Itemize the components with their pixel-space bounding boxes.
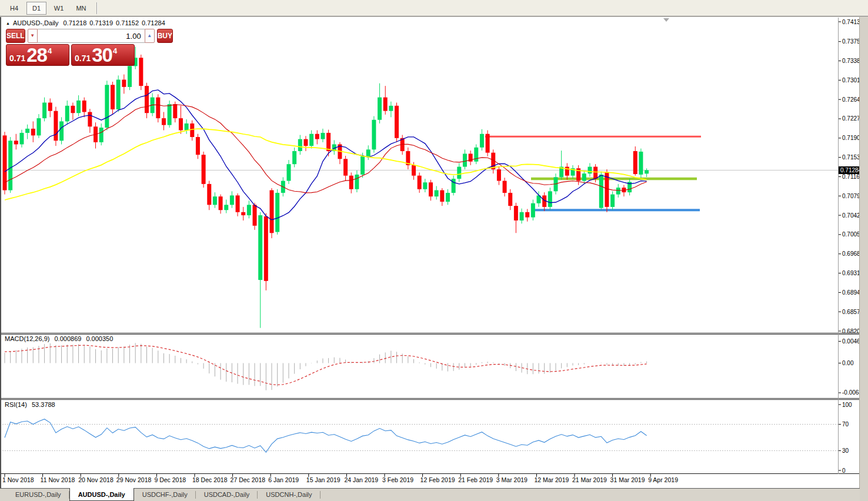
ohlc-close: 0.71284 [142,19,165,26]
timeframe-toolbar: H4 D1 W1 MN [0,0,868,16]
sell-price-box[interactable]: 0.71 28 4 [6,44,69,66]
sell-button[interactable]: SELL [6,29,25,43]
rsi-value: 53.3788 [32,401,55,408]
timeframe-button-d1[interactable]: D1 [26,2,46,15]
mt4-platform-window: { "toolbar": { "timeframes": [ {"label":… [0,0,868,501]
timeframe-button-h4[interactable]: H4 [4,2,24,15]
tab-usdcad-daily[interactable]: USDCAD-,Daily [196,489,258,501]
symbol-period-label: AUDUSD-,Daily [13,19,59,26]
lot-size-stepper: ▼ ▲ [28,29,155,43]
collapse-triangle-icon[interactable]: ▲ [6,21,10,25]
macd-indicator-label: MACD(12,26,9) 0.000869 0.000350 [5,335,116,342]
ohlc-low: 0.71152 [116,19,139,26]
sell-price-prefix: 0.71 [9,54,25,63]
buy-price-prefix: 0.71 [75,54,91,63]
tab-audusd-daily[interactable]: AUDUSD-,Daily [69,488,134,501]
macd-signal-value: 0.000350 [86,335,113,342]
rsi-name: RSI(14) [5,401,27,408]
ohlc-high: 0.71319 [89,19,113,26]
lot-decrease-icon[interactable]: ▼ [28,29,38,43]
toolbar-separator [96,2,98,14]
sell-price-pipette: 4 [48,46,52,55]
tab-eurusd-daily[interactable]: EURUSD-,Daily [7,489,69,501]
buy-price-pipette: 4 [113,46,117,55]
rsi-indicator-label: RSI(14) 53.3788 [5,401,58,408]
buy-price-main: 30 [92,45,112,65]
buy-button[interactable]: BUY [157,29,173,43]
chart-title: ▲ AUDUSD-,Daily 0.71218 0.71319 0.71152 … [6,19,168,26]
timeframe-button-w1[interactable]: W1 [49,2,69,15]
macd-name: MACD(12,26,9) [5,335,49,342]
timeframe-button-mn[interactable]: MN [71,2,91,15]
lot-increase-icon[interactable]: ▲ [145,29,155,43]
chart-tab-bar: EURUSD-,Daily AUDUSD-,Daily USDCHF-,Dail… [0,488,860,501]
buy-price-box[interactable]: 0.71 30 4 [71,44,135,66]
ohlc-open: 0.71218 [64,19,87,26]
one-click-trading-panel: SELL ▼ ▲ BUY 0.71 28 4 0.71 30 4 [6,29,135,66]
tab-usdchf-daily[interactable]: USDCHF-,Daily [134,489,196,501]
chart-area[interactable] [2,18,837,474]
lot-size-input[interactable] [38,29,145,43]
sell-price-main: 28 [26,45,47,65]
vertical-scrollbar[interactable] [859,17,868,501]
tab-usdcnh-daily[interactable]: USDCNH-,Daily [258,489,320,501]
macd-value: 0.000869 [54,335,81,342]
